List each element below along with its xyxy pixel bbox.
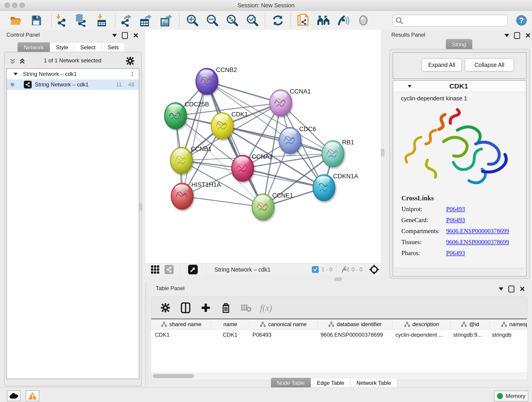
network-collection-row[interactable]: String Network – cdk1 1 — [7, 69, 139, 79]
node-CCNE1[interactable] — [252, 194, 274, 220]
control-panel-menu-icon[interactable] — [112, 34, 117, 37]
vertical-splitter[interactable] — [381, 30, 385, 275]
protein-card-header[interactable]: CDK1 — [393, 81, 526, 92]
network-options-gear-icon[interactable] — [126, 56, 135, 65]
node-HIST1H1A[interactable] — [171, 183, 193, 209]
tab-network[interactable]: Network — [17, 42, 50, 53]
collapse-all-button[interactable]: Collapse All — [465, 58, 514, 71]
tab-sets[interactable]: Sets — [102, 42, 125, 53]
table-panel-menu-icon[interactable] — [499, 287, 503, 291]
node-CCNB1[interactable] — [171, 147, 192, 173]
cell-description[interactable]: cyclin-dependent ... — [392, 332, 450, 338]
table-panel-float-icon[interactable] — [508, 286, 514, 293]
import-table-file-button[interactable] — [95, 13, 109, 27]
refresh-button[interactable] — [271, 13, 285, 27]
hide-panels-button[interactable] — [336, 13, 350, 27]
function-builder-button[interactable]: f(x) — [260, 302, 272, 314]
edge-HIST1H1A-CCNE1[interactable] — [182, 196, 263, 207]
left-splitter-handle[interactable] — [139, 204, 142, 211]
tab-node-table[interactable]: Node Table — [271, 378, 311, 388]
column-header-database-identifier[interactable]: database identifier — [317, 319, 393, 329]
node-CDK1[interactable] — [211, 113, 233, 139]
table-panel-close-icon[interactable]: ✕ — [519, 286, 525, 292]
cell-shared-name[interactable]: CDK1 — [151, 332, 211, 338]
tab-style[interactable]: Style — [50, 42, 74, 53]
tab-select[interactable]: Select — [74, 42, 102, 53]
column-header-@id[interactable]: @id — [451, 319, 490, 329]
delete-column-button[interactable] — [220, 302, 232, 314]
export-image-button[interactable] — [159, 13, 173, 27]
expand-all-button[interactable]: Expand All — [422, 58, 462, 71]
node-CDC25B[interactable] — [165, 103, 186, 129]
crosslink-link[interactable]: P06493 — [446, 217, 465, 224]
protein-collapse-icon[interactable] — [408, 85, 412, 87]
column-header-canonical-name[interactable]: canonical name — [249, 319, 317, 329]
tab-edge-table[interactable]: Edge Table — [311, 378, 351, 388]
column-header-description[interactable]: description — [393, 319, 451, 329]
cell-name[interactable]: CDK1 — [211, 332, 249, 338]
open-session-button[interactable] — [9, 13, 23, 27]
crosslink-link[interactable]: 9606.ENSP00000378699 — [446, 228, 509, 235]
warnings-button[interactable] — [26, 390, 39, 401]
node-RB1[interactable] — [322, 141, 344, 167]
node-CDC6[interactable] — [279, 128, 301, 153]
control-panel-float-icon[interactable] — [122, 32, 128, 39]
results-panel-close-icon[interactable]: ✕ — [525, 32, 531, 38]
home-pages-button[interactable] — [317, 13, 330, 27]
crosslink-link[interactable]: P06493 — [446, 206, 465, 213]
network-graph[interactable]: CCNB2CCNA1CDC25BCDK1CDC6RB1CCNB1CCNA2CDK… — [145, 30, 381, 263]
node-CCNA1[interactable] — [270, 90, 292, 116]
node-CDKN1A[interactable] — [313, 175, 335, 201]
network-row[interactable]: String Network – cdk1 11 48 — [7, 79, 139, 90]
zoom-out-button[interactable] — [206, 13, 219, 27]
export-network-button[interactable] — [119, 13, 133, 27]
edge-CCNB2-HIST1H1A[interactable] — [182, 81, 207, 196]
results-panel-menu-icon[interactable] — [505, 34, 509, 37]
zoom-fit-button[interactable] — [225, 13, 239, 27]
import-network-database-button[interactable] — [74, 13, 88, 27]
table-toolbar: f(x) — [151, 297, 527, 319]
cell-canonical-name[interactable]: P06493 — [249, 332, 317, 338]
clone-network-button[interactable] — [296, 13, 310, 27]
column-header-name[interactable]: name — [211, 319, 249, 329]
export-table-button[interactable] — [139, 13, 153, 27]
cell-database-identifier[interactable]: 9606.ENSP00000378699 — [317, 332, 392, 338]
delete-table-button[interactable] — [240, 302, 252, 314]
string-view-icon[interactable] — [165, 265, 174, 274]
results-panel-float-icon[interactable] — [514, 32, 520, 39]
birds-eye-view-icon[interactable] — [369, 264, 380, 275]
control-panel-close-icon[interactable]: ✕ — [133, 32, 139, 38]
edge-CDK1-RB1[interactable] — [222, 126, 333, 154]
memory-button[interactable]: Memory — [494, 390, 528, 402]
save-session-button[interactable] — [29, 13, 43, 27]
cell-@id[interactable]: stringdb:9... — [450, 332, 488, 338]
help-button[interactable]: ? — [515, 13, 528, 27]
add-column-button[interactable] — [200, 302, 212, 314]
column-header-shared-name[interactable]: shared name — [151, 319, 211, 329]
detach-view-icon[interactable] — [188, 265, 198, 274]
selected-indicator-checkbox[interactable] — [312, 266, 319, 273]
crosslink-link[interactable]: P06493 — [446, 249, 465, 257]
network-canvas[interactable]: CCNB2CCNA1CDC25BCDK1CDC6RB1CCNB1CCNA2CDK… — [145, 30, 381, 263]
node-CCNB2[interactable] — [196, 68, 218, 95]
table-settings-button[interactable] — [159, 302, 172, 314]
zoom-in-button[interactable] — [186, 13, 199, 27]
cloud-button[interactable] — [7, 390, 21, 401]
results-scrollbar[interactable] — [394, 268, 524, 275]
column-header-namespace[interactable]: namespace — [490, 319, 527, 329]
tab-network-table[interactable]: Network Table — [351, 378, 398, 388]
node-CCNA2[interactable] — [232, 155, 254, 181]
show-columns-button[interactable] — [179, 302, 192, 314]
show-panel-button[interactable] — [356, 13, 370, 27]
table-row[interactable]: CDK1CDK1P064939606.ENSP00000378699cyclin… — [151, 330, 527, 340]
crosslink-link[interactable]: 9606.ENSP00000378699 — [446, 239, 509, 246]
grid-view-icon[interactable] — [151, 265, 159, 274]
tab-string[interactable]: String — [446, 39, 472, 50]
table-hscrollbar-thumb[interactable] — [153, 374, 194, 378]
zoom-selected-button[interactable] — [246, 13, 259, 27]
edge-CCNB2-CCNA1[interactable] — [207, 81, 281, 103]
cell-namespace[interactable]: stringdb — [488, 332, 527, 338]
import-network-file-button[interactable] — [55, 13, 69, 27]
collection-expand-icon[interactable] — [13, 73, 18, 75]
search-input[interactable] — [405, 16, 507, 26]
